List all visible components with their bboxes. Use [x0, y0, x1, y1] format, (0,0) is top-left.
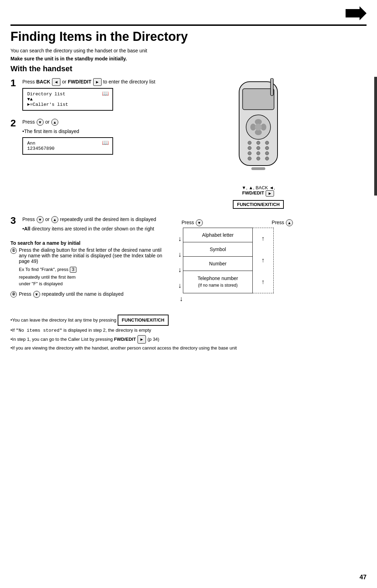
down-button: ▼	[37, 119, 44, 126]
svg-rect-22	[251, 167, 265, 170]
row-number: Number	[183, 257, 252, 271]
step-3: 3 Press ▼ or ▲ repeatedly until the desi…	[10, 216, 164, 235]
handset-svg	[220, 78, 297, 183]
step-2-screen: 📖 Ann 1234567890	[22, 137, 113, 155]
press-a-icon: ▲	[286, 219, 293, 226]
step-2-label: Press ▼ or ▲	[22, 118, 192, 126]
button-labels: ▼, ▲, BACK ◄, FWD/EDIT ► FUNCTION/EXIT/C…	[233, 185, 284, 209]
steps-1-2-area: 1 Press BACK ◄ or FWD/EDIT ► to enter th…	[10, 78, 367, 209]
step-2: 2 Press ▼ or ▲ •The first item is displa…	[10, 118, 192, 157]
sub-text-2: under "F" is displayed	[19, 280, 164, 287]
row-symbol: Symbol	[183, 242, 252, 257]
svg-marker-0	[346, 6, 367, 20]
sub-text-1: repeatedly until the first item	[19, 274, 164, 281]
svg-point-12	[248, 146, 251, 150]
up-arr2: ↑	[261, 257, 265, 264]
fwdedit-btn2: ►	[266, 190, 274, 197]
step-1-screen: 📖 Directory list ▼▲ ►=Caller's list	[22, 88, 113, 111]
svg-point-8	[255, 124, 262, 131]
key-3: 3	[70, 267, 77, 273]
main-diagram-box: Alphabet letter Symbol Number Telephone …	[183, 228, 253, 293]
press-v-icon: ▼	[196, 219, 203, 226]
page-title: Finding Items in the Directory	[10, 30, 367, 44]
svg-rect-21	[271, 78, 273, 96]
svg-point-17	[265, 152, 269, 155]
back-label: BACK	[36, 79, 50, 84]
intro-line2: Make sure the unit is in the standby mod…	[10, 56, 367, 61]
book-icon-2: 📖	[102, 139, 109, 146]
step-1: 1 Press BACK ◄ or FWD/EDIT ► to enter th…	[10, 78, 192, 113]
arr2: ↓	[178, 250, 182, 258]
svg-point-14	[265, 146, 269, 150]
press-labels: Press ▼ Press ▲	[182, 219, 297, 226]
screen-line2: ▼▲	[27, 97, 108, 102]
svg-point-19	[257, 157, 260, 160]
top-divider	[10, 24, 367, 26]
step-3-content: Press ▼ or ▲ repeatedly until the desire…	[22, 216, 164, 235]
back-button: ◄	[52, 78, 60, 86]
step-1-number: 1	[10, 78, 20, 88]
up-arr3: ↑	[261, 278, 265, 286]
up-arr1: ↑	[261, 235, 265, 242]
ex-text: Ex To find "Frank", press 3	[19, 267, 164, 272]
search-step-1-text: Press the dialing button for the first l…	[19, 247, 164, 264]
step-2-number: 2	[10, 118, 20, 128]
down-btn-3: ▼	[37, 216, 44, 223]
screen2-line2: 1234567890	[27, 146, 108, 151]
step-3-label: Press ▼ or ▲ repeatedly until the desire…	[22, 216, 164, 223]
up-button: ▲	[51, 119, 58, 126]
fwdedit-label: FWD/EDIT	[68, 79, 91, 84]
search-step-2-text: Press ▼ repeatedly until the name is dis…	[19, 291, 124, 298]
step-3-left: 3 Press ▼ or ▲ repeatedly until the desi…	[10, 216, 164, 303]
row-telephone: Telephone number(If no name is stored)	[183, 271, 252, 293]
step-3-number: 3	[10, 216, 20, 226]
arr1: ↓	[178, 235, 182, 243]
step-3-bullet: •All directory items are stored in the o…	[22, 225, 164, 233]
step-3-right: Press ▼ Press ▲ ↓ ↓ ↓ ↓	[171, 216, 297, 303]
step-1-label: Press BACK ◄ or FWD/EDIT ► to enter the …	[22, 78, 192, 86]
dashed-box: ↑ ↑ ↑	[253, 228, 274, 293]
note-1: •You can leave the directory list any ti…	[10, 313, 367, 326]
search-title: To search for a name by initial	[10, 240, 164, 246]
arr3: ↓	[178, 266, 182, 274]
search-step-1: ① Press the dialing button for the first…	[10, 247, 164, 264]
fwdedit-button: ►	[93, 78, 102, 86]
diagram-wrapper: ↓ ↓ ↓ ↓ Alphabet letter Symbol Number Te…	[178, 228, 297, 293]
steps-1-2-left: 1 Press BACK ◄ or FWD/EDIT ► to enter th…	[10, 78, 192, 209]
note-2: •If "No items stored" is displayed in st…	[10, 326, 367, 335]
circle-2: ②	[10, 291, 17, 297]
function-box-wrapper: FUNCTION/EXIT/CH	[233, 199, 284, 209]
search-step-2: ② Press ▼ repeatedly until the name is d…	[10, 291, 164, 298]
press-v-label: Press ▼	[182, 219, 203, 226]
all-text: All	[24, 226, 30, 231]
code-no-items: "No items stored"	[16, 328, 62, 333]
bottom-arrow: ↓	[179, 295, 297, 303]
svg-point-15	[248, 152, 251, 155]
screen2-line1: Ann	[27, 141, 108, 146]
svg-point-10	[257, 141, 260, 145]
svg-point-13	[257, 146, 260, 150]
fwdedit-note: FWD/EDIT	[114, 337, 136, 342]
left-arrows: ↓ ↓ ↓ ↓	[178, 231, 182, 293]
fwdedit-btn-note: ►	[138, 335, 146, 344]
step-3-area: 3 Press ▼ or ▲ repeatedly until the desi…	[10, 216, 367, 303]
page-number: 47	[360, 574, 367, 581]
svg-point-9	[248, 141, 251, 145]
function-box-note: FUNCTION/EXIT/CH	[118, 315, 169, 326]
row-alphabet: Alphabet letter	[183, 228, 252, 242]
up-btn-3: ▲	[51, 216, 58, 223]
intro-line1: You can search the directory using the h…	[10, 47, 367, 54]
sidebar-tab: Cordless Telephone	[374, 77, 377, 196]
step-1-content: Press BACK ◄ or FWD/EDIT ► to enter the …	[22, 78, 192, 113]
circle-1: ①	[10, 248, 17, 254]
svg-point-16	[257, 152, 260, 155]
step-2-bullet: •The first item is displayed	[22, 128, 192, 135]
svg-point-18	[248, 157, 251, 160]
step-2-content: Press ▼ or ▲ •The first item is displaye…	[22, 118, 192, 157]
diagram-area: Press ▼ Press ▲ ↓ ↓ ↓ ↓	[171, 219, 297, 303]
function-box: FUNCTION/EXIT/CH	[233, 200, 284, 209]
handset-area: ▼, ▲, BACK ◄, FWD/EDIT ► FUNCTION/EXIT/C…	[199, 78, 318, 209]
screen-line1: Directory list	[27, 91, 108, 97]
button-label-line2: FWD/EDIT ►	[233, 190, 284, 197]
svg-point-20	[265, 157, 269, 160]
